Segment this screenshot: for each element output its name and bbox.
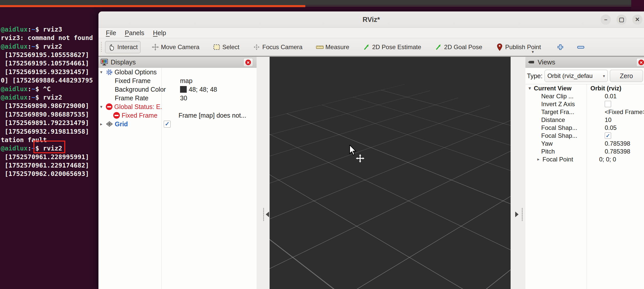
green-arrow-icon xyxy=(435,43,442,51)
displays-column-divider[interactable] xyxy=(161,68,162,289)
tree-row[interactable]: Fixed FrameFrame [map] does not... xyxy=(98,111,257,120)
row-value[interactable]: map xyxy=(178,77,257,85)
expander-icon[interactable]: ▸ xyxy=(98,121,104,127)
row-value[interactable]: 10 xyxy=(602,116,644,123)
row-label: Global Options xyxy=(115,68,157,76)
t-2d-goal-pose-button[interactable]: 2D Goal Pose xyxy=(432,41,485,53)
tree-row[interactable]: Invert Z Axis xyxy=(525,100,644,108)
right-splitter[interactable] xyxy=(511,57,525,289)
menu-item-panels[interactable]: Panels xyxy=(120,29,148,37)
t-minus-button[interactable] xyxy=(572,41,589,53)
tree-row[interactable]: ▾Global Status: E... xyxy=(98,102,257,111)
views-close-button[interactable]: ✕ xyxy=(636,58,644,67)
tree-row[interactable]: Distance10 xyxy=(525,116,644,124)
row-value[interactable]: 0.01 xyxy=(602,93,644,100)
displays-close-button[interactable]: ✕ xyxy=(243,58,253,67)
row-value[interactable]: Orbit (rviz) xyxy=(588,85,644,92)
chevron-down-icon: ▾ xyxy=(601,74,605,78)
splitter-handle[interactable] xyxy=(263,208,264,221)
displays-panel-header[interactable]: Displays ✕ xyxy=(98,57,257,68)
toolbar-overflow-icon[interactable]: ▾ xyxy=(532,49,534,54)
tree-row[interactable]: Focal Shap...0.05 xyxy=(525,124,644,132)
row-value[interactable] xyxy=(602,101,644,107)
zero-button[interactable]: Zero xyxy=(610,70,643,82)
render-viewport[interactable] xyxy=(270,57,511,289)
menu-bar: FilePanelsHelp xyxy=(98,28,644,38)
view-type-combo[interactable]: Orbit (rviz_defau ▾ xyxy=(545,70,608,82)
row-label: Fixed Frame xyxy=(115,77,150,85)
row-value[interactable]: 0.785398 xyxy=(602,148,644,155)
row-value[interactable]: Frame [map] does not... xyxy=(176,112,257,119)
t-focus-camera-button[interactable]: Focus Camera xyxy=(250,41,305,53)
checkbox[interactable] xyxy=(605,101,611,107)
row-value[interactable]: ✓ xyxy=(161,121,257,128)
value-text: 0; 0; 0 xyxy=(599,156,616,163)
t-plus-button[interactable] xyxy=(552,41,569,53)
t-2d-pose-estimate-button[interactable]: 2D Pose Estimate xyxy=(360,41,424,53)
move-icon xyxy=(151,43,159,51)
expander-icon[interactable]: ▾ xyxy=(527,86,533,91)
t-interact-button[interactable]: Interact xyxy=(105,41,141,53)
tree-row[interactable]: Yaw0.785398 xyxy=(525,140,644,147)
desktop-top-bar xyxy=(0,0,631,5)
expander-icon[interactable]: ▸ xyxy=(536,157,541,162)
tree-row[interactable]: ▸Focal Point0; 0; 0 xyxy=(525,155,644,163)
type-label: Type: xyxy=(526,72,542,80)
t-move-camera-button[interactable]: Move Camera xyxy=(149,41,202,53)
row-value[interactable]: 0; 0; 0 xyxy=(597,156,644,163)
row-label: Focal Point xyxy=(542,156,573,163)
tree-row[interactable]: Near Clip ...0.01 xyxy=(525,92,644,100)
close-button[interactable]: ✕ xyxy=(632,15,642,25)
row-value[interactable]: 0.785398 xyxy=(602,140,644,147)
collapse-left-icon[interactable] xyxy=(266,212,269,217)
row-label: Global Status: E... xyxy=(114,103,161,111)
checkbox[interactable]: ✓ xyxy=(164,121,171,128)
tree-row[interactable]: ▸Grid✓ xyxy=(98,120,257,128)
error-icon xyxy=(113,112,120,119)
plus-icon xyxy=(557,43,564,51)
row-label: Invert Z Axis xyxy=(541,101,575,108)
tree-row[interactable]: ▾Global Options xyxy=(98,68,257,76)
tree-row[interactable]: Fixed Framemap xyxy=(98,76,257,85)
value-text: <Fixed Frame> xyxy=(605,108,644,116)
t-measure-button[interactable]: Measure xyxy=(313,41,352,53)
tree-row[interactable]: Focal Shap...✓ xyxy=(525,132,644,140)
row-label: Current View xyxy=(534,85,572,92)
row-value[interactable]: 48; 48; 48 xyxy=(178,86,257,93)
minimize-button[interactable]: – xyxy=(601,15,611,25)
titlebar[interactable]: RViz* – ▢ ✕ xyxy=(98,11,644,28)
grid-plane xyxy=(270,84,511,289)
checkbox[interactable]: ✓ xyxy=(605,132,611,139)
value-text: 0.05 xyxy=(605,124,617,131)
row-label: Grid xyxy=(115,120,128,128)
views-column-divider[interactable] xyxy=(587,84,587,289)
row-value[interactable]: 30 xyxy=(178,94,257,102)
menu-item-help[interactable]: Help xyxy=(149,29,170,37)
tree-row[interactable]: Frame Rate30 xyxy=(98,94,257,102)
menu-item-file[interactable]: File xyxy=(102,29,120,37)
views-panel-header[interactable]: Views ✕ xyxy=(525,57,644,68)
tree-row[interactable]: Background Color48; 48; 48 xyxy=(98,85,257,94)
maximize-button[interactable]: ▢ xyxy=(616,15,627,25)
color-swatch[interactable] xyxy=(180,86,187,93)
collapse-right-icon[interactable] xyxy=(515,212,519,217)
left-splitter[interactable] xyxy=(257,57,270,289)
splitter-handle[interactable] xyxy=(522,208,523,221)
row-value[interactable]: 0.05 xyxy=(602,124,644,131)
toolbar-grip[interactable] xyxy=(100,42,103,53)
tree-row[interactable]: Target Fra...<Fixed Frame> xyxy=(525,108,644,116)
tool-label: Interact xyxy=(117,44,138,51)
tree-row[interactable]: ▾Current ViewOrbit (rviz) xyxy=(525,84,644,92)
tool-label: Move Camera xyxy=(161,44,199,51)
row-value[interactable]: <Fixed Frame> xyxy=(602,108,644,116)
t-select-button[interactable]: Select xyxy=(210,41,242,53)
displays-tree: ▾Global OptionsFixed FramemapBackground … xyxy=(98,68,257,289)
views-panel: Views ✕ Type: Orbit (rviz_defau ▾ Zero ▾… xyxy=(525,57,644,289)
tree-row[interactable]: Pitch0.785398 xyxy=(525,147,644,155)
row-value[interactable]: ✓ xyxy=(602,132,644,139)
expander-icon[interactable]: ▾ xyxy=(98,104,104,109)
t-publish-point-button[interactable]: Publish Point xyxy=(493,41,544,53)
value-text: 10 xyxy=(605,116,612,123)
expander-icon[interactable]: ▾ xyxy=(98,70,104,75)
row-label: Pitch xyxy=(541,148,555,155)
